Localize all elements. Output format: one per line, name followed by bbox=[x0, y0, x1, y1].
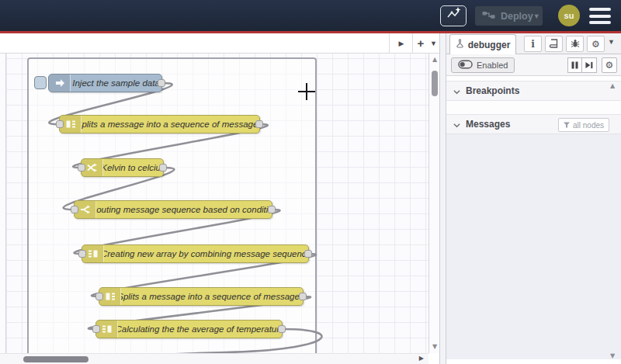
filter-label: all nodes bbox=[573, 121, 604, 130]
deploy-nodes-icon bbox=[482, 9, 495, 23]
funnel-icon bbox=[564, 121, 570, 130]
inject-trigger-button[interactable] bbox=[34, 76, 47, 89]
enabled-label: Enabled bbox=[477, 61, 508, 70]
scroll-right-arrow[interactable]: ▶ bbox=[419, 355, 424, 362]
step-forward-icon bbox=[585, 58, 593, 72]
pause-icon bbox=[571, 58, 578, 72]
input-port[interactable] bbox=[92, 325, 100, 333]
input-port[interactable] bbox=[78, 164, 85, 172]
deploy-caret-icon[interactable]: ▼ bbox=[533, 12, 540, 20]
debugger-enabled-toggle[interactable]: Enabled bbox=[451, 57, 515, 73]
flow-list-dropdown-button[interactable]: ▼ bbox=[428, 33, 439, 53]
header-bar: Deploy ▼ su bbox=[0, 0, 621, 31]
canvas-vertical-scrollbar: ▲ ▼ bbox=[428, 54, 439, 353]
sidebar-splitter[interactable] bbox=[439, 33, 446, 364]
vertical-scroll-thumb[interactable] bbox=[432, 71, 438, 96]
output-port[interactable] bbox=[255, 120, 263, 128]
sidebar-tab-bar: debugger i bbox=[446, 33, 621, 54]
tab-bar-divider bbox=[389, 33, 390, 53]
flask-icon bbox=[456, 39, 464, 50]
canvas-horizontal-scrollbar: ▶ bbox=[0, 353, 428, 364]
sidebar-scroll-up-arrow[interactable]: ▲ bbox=[610, 82, 615, 89]
output-port[interactable] bbox=[299, 293, 307, 300]
step-button[interactable] bbox=[582, 57, 597, 73]
node-label: Routing message sequence based on condit… bbox=[96, 201, 272, 218]
assistant-button[interactable] bbox=[440, 5, 467, 26]
avatar-initials: su bbox=[564, 11, 574, 20]
inject-icon bbox=[49, 75, 71, 92]
output-port[interactable] bbox=[278, 325, 286, 333]
sidebar: debugger i bbox=[446, 33, 621, 364]
tab-bar-divider bbox=[412, 33, 413, 53]
node-switch[interactable]: Routing message sequence based on condit… bbox=[74, 200, 272, 219]
gear-icon: ⚙ bbox=[605, 61, 614, 70]
user-avatar[interactable]: su bbox=[558, 5, 580, 26]
horizontal-scroll-thumb[interactable] bbox=[23, 356, 88, 362]
input-port[interactable] bbox=[95, 293, 103, 300]
info-icon: i bbox=[531, 39, 535, 50]
node-label: Splits a message into a sequence of mess… bbox=[121, 288, 303, 305]
chevron-down-icon bbox=[453, 117, 460, 131]
bug-icon bbox=[571, 37, 580, 51]
output-port[interactable] bbox=[158, 79, 165, 87]
deploy-button[interactable]: Deploy ▼ bbox=[475, 6, 543, 26]
tab-help[interactable] bbox=[545, 36, 563, 52]
node-label: Kelvin to celcius bbox=[103, 159, 163, 176]
tab-debug-messages[interactable] bbox=[566, 36, 584, 52]
output-port[interactable] bbox=[159, 164, 167, 172]
node-red-app: Deploy ▼ su ▶ + ▼ bbox=[0, 0, 621, 364]
node-label: Creating new array by combining message … bbox=[104, 245, 308, 262]
node-split[interactable]: Splits a message into a sequence of mess… bbox=[99, 287, 304, 306]
canvas-left-edge bbox=[0, 54, 6, 353]
node-label: Inject the sample data bbox=[71, 75, 161, 92]
gear-icon: ⚙ bbox=[592, 40, 600, 49]
messages-title: Messages bbox=[466, 119, 510, 130]
chevron-down-icon bbox=[453, 84, 460, 98]
sidebar-tabs-dropdown[interactable]: ▼ bbox=[608, 38, 615, 46]
sidebar-scroll-down-arrow[interactable]: ▼ bbox=[610, 352, 615, 359]
output-port[interactable] bbox=[304, 250, 312, 258]
scroll-down-arrow[interactable]: ▼ bbox=[429, 343, 439, 350]
breakpoints-section-header[interactable]: Breakpoints bbox=[446, 81, 621, 101]
debugger-panel: Breakpoints Messages all nodes bbox=[446, 76, 621, 364]
node-label: Calculating the the average of temperatu… bbox=[118, 321, 282, 338]
tab-config-nodes[interactable]: ⚙ bbox=[587, 36, 605, 52]
tab-scroll-right-button[interactable]: ▶ bbox=[392, 33, 411, 53]
node-inject[interactable]: Inject the sample data bbox=[48, 74, 162, 92]
node-join[interactable]: Calculating the the average of temperatu… bbox=[95, 320, 283, 338]
tab-debugger-label: debugger bbox=[468, 40, 511, 50]
chart-sparkle-icon bbox=[445, 7, 462, 25]
node-join[interactable]: Creating new array by combining message … bbox=[82, 244, 309, 263]
main-menu-button[interactable] bbox=[589, 8, 611, 24]
breakpoints-title: Breakpoints bbox=[466, 85, 519, 96]
scroll-up-arrow[interactable]: ▲ bbox=[429, 56, 439, 63]
messages-section-header[interactable]: Messages all nodes bbox=[446, 114, 621, 134]
input-port[interactable] bbox=[78, 250, 86, 258]
flow-tab-bar: ▶ + ▼ bbox=[0, 33, 439, 54]
node-split[interactable]: Splits a message into a sequence of mess… bbox=[59, 115, 260, 133]
node-change[interactable]: Kelvin to celcius bbox=[81, 158, 164, 177]
output-port[interactable] bbox=[268, 206, 276, 213]
toggle-on-icon bbox=[458, 60, 473, 71]
hamburger-icon bbox=[589, 8, 611, 11]
workspace-area: ▶ + ▼ Inject the sample data bbox=[0, 33, 439, 364]
input-port[interactable] bbox=[56, 120, 64, 128]
tab-debugger[interactable]: debugger bbox=[449, 34, 516, 54]
book-icon bbox=[549, 37, 559, 51]
debugger-settings-button[interactable]: ⚙ bbox=[602, 57, 617, 73]
deploy-label: Deploy bbox=[501, 11, 533, 22]
node-label: Splits a message into a sequence of mess… bbox=[82, 116, 259, 133]
add-flow-button[interactable]: + bbox=[414, 33, 428, 53]
tab-info[interactable]: i bbox=[524, 36, 542, 52]
message-filter-button[interactable]: all nodes bbox=[558, 118, 609, 132]
pause-button[interactable] bbox=[567, 57, 582, 73]
breakpoints-list bbox=[446, 101, 621, 114]
input-port[interactable] bbox=[71, 206, 78, 213]
debugger-toolbar: Enabled ⚙ bbox=[446, 54, 621, 76]
messages-list bbox=[446, 134, 621, 359]
